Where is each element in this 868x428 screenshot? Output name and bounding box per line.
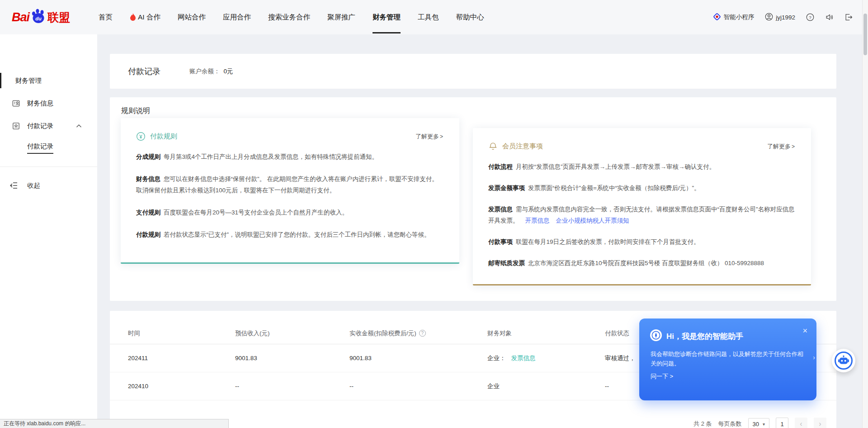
member-notes-more-link[interactable]: 了解更多> (767, 143, 795, 151)
status-text: 正在等待 xlab.baidu.com 的响应... (4, 420, 85, 428)
cell-estimated: -- (235, 383, 349, 390)
payment-rules-more-link[interactable]: 了解更多> (415, 133, 443, 141)
flame-icon (130, 13, 136, 21)
page-number-1[interactable]: 1 (776, 418, 788, 428)
small-taxpayer-notice-link[interactable]: 企业小规模纳税人开票须知 (556, 217, 629, 224)
next-page-button[interactable]: › (814, 418, 826, 428)
sidebar-subitem-payment-records[interactable]: 付款记录 (0, 141, 97, 155)
miniprogram-icon (713, 13, 721, 22)
assistant-message: 我会帮助您诊断合作链路问题，以及解答您关于任何合作相关的问题。 (639, 343, 816, 368)
nav-screen-promo[interactable]: 聚屏推广 (319, 0, 364, 34)
pagination: 共 2 条 每页条数 30 ▾ 1 ‹ › (693, 418, 826, 428)
sidebar-item-payment-records[interactable]: 付款记录 (0, 118, 97, 134)
col-finance-target: 财务对象 (487, 329, 605, 338)
sidebar: 财务管理 财务信息 付款记录 付款记录 收起 (0, 34, 97, 428)
rule-paragraph: 邮寄纸质发票北京市海淀区西北旺东路10号院百度科技园5号楼 百度联盟财务组（收）… (488, 257, 796, 269)
account-balance-value: 0元 (224, 68, 233, 75)
payment-rules-card: 付款规则 了解更多> 分成规则每月第3或4个工作日产出上月分成信息及发票信息，如… (121, 118, 459, 264)
invoice-info-link[interactable]: 开票信息 (525, 217, 550, 224)
nav-toolkit[interactable]: 工具包 (409, 0, 448, 34)
sound-icon[interactable] (825, 13, 834, 21)
member-notes-title: 会员注意事项 (502, 142, 543, 151)
total-count: 共 2 条 (693, 420, 712, 428)
prev-page-button[interactable]: ‹ (795, 418, 807, 428)
miniprogram-link[interactable]: 智能小程序 (713, 13, 755, 22)
collapse-icon (9, 182, 18, 189)
nav-app-coop[interactable]: 应用合作 (214, 0, 259, 34)
main-nav: 首页 AI 合作 网站合作 应用合作 搜索业务合作 聚屏推广 财务管理 工具包 … (90, 0, 492, 34)
cell-received: 9001.83 (349, 355, 487, 361)
rule-paragraph: 财务信息您可以在财务信息中选择“保留付款”。 在此期间您产生的收入将在账户内进行… (136, 173, 444, 196)
svg-text:?: ? (809, 15, 811, 20)
rules-section-title: 规则说明 (121, 106, 150, 116)
chevron-right-icon: > (792, 143, 795, 150)
member-notes-card: 会员注意事项 了解更多> 付款流程月初按“发票信息”页面开具发票→上传发票→邮寄… (473, 128, 811, 285)
chevron-right-icon: > (440, 133, 443, 140)
popup-edge-chevron-icon[interactable]: › (813, 354, 815, 361)
help-icon[interactable]: ? (806, 13, 814, 21)
svg-text:du: du (35, 16, 42, 21)
user-account[interactable]: jyj1992 (765, 13, 795, 22)
ask-now-link[interactable]: 问一下 > (639, 372, 816, 380)
cell-received: -- (349, 383, 487, 390)
page-header-card: 付款记录 账户余额：0元 (110, 54, 836, 89)
cell-finance-target: 企业： 发票信息 (487, 354, 605, 362)
page-scrollbar[interactable] (862, 0, 868, 428)
sidebar-item-finance-info[interactable]: 财务信息 (0, 95, 97, 111)
per-page-label: 每页条数 (718, 420, 742, 428)
assistant-title: Hi，我是您的智能助手 (666, 331, 743, 342)
payment-records-icon (12, 122, 20, 130)
assistant-popup: Hi，我是您的智能助手 × 我会帮助您诊断合作链路问题，以及解答您关于任何合作相… (639, 319, 816, 400)
compass-icon (650, 329, 662, 343)
logout-icon[interactable] (844, 13, 853, 21)
chevron-down-icon: ▾ (763, 422, 765, 427)
baidu-paw-icon: du (30, 8, 47, 26)
payment-rule-icon (136, 132, 146, 141)
cell-time: 202410 (128, 383, 235, 390)
info-icon[interactable]: ? (419, 330, 426, 337)
active-indicator-bar (0, 73, 1, 88)
col-received-amount: 实收金额(扣除税费后/元) ? (349, 329, 487, 338)
account-balance-label: 账户余额：0元 (189, 67, 233, 76)
topbar-right: 智能小程序 jyj1992 ? (713, 13, 853, 22)
robot-icon (835, 352, 853, 370)
page-title: 付款记录 (128, 66, 160, 77)
rule-paragraph: 发票信息需与系统内发票信息内容完全一致，否则无法支付。请根据发票信息页面中“百度… (488, 204, 796, 226)
rules-section-card: 规则说明 付款规则 了解更多> 分成规则每月第3或4个工作日产出上月分成信息及发… (110, 97, 836, 301)
rule-paragraph: 分成规则每月第3或4个工作日产出上月分成信息及发票信息，如有特殊情况将提前通知。 (136, 151, 444, 162)
chevron-up-icon[interactable] (76, 124, 82, 128)
nav-home[interactable]: 首页 (90, 0, 121, 34)
topbar: Bai du 联盟 首页 AI 合作 网站合作 应用合作 搜索业务合作 聚屏推广… (0, 0, 868, 34)
col-estimated-income: 预估收入(元) (235, 329, 349, 338)
nav-search-biz-coop[interactable]: 搜索业务合作 (259, 0, 319, 34)
sidebar-group-finance-mgmt[interactable]: 财务管理 (0, 72, 97, 89)
sidebar-collapse-button[interactable]: 收起 (0, 177, 97, 194)
cell-time: 202411 (128, 355, 235, 361)
baidu-union-logo[interactable]: Bai du 联盟 (12, 8, 70, 26)
cell-estimated: 9001.83 (235, 355, 349, 361)
nav-finance-mgmt[interactable]: 财务管理 (364, 0, 409, 34)
rule-paragraph: 发票金额事项发票票面“价税合计”金额=系统中“实收金额（扣除税费后/元）”。 (488, 182, 796, 194)
member-notice-bell-icon (488, 142, 498, 151)
user-icon (765, 13, 773, 22)
sidebar-divider (0, 166, 97, 167)
logo-text-bai: Bai (12, 10, 29, 24)
browser-status-bar: 正在等待 xlab.baidu.com 的响应... (0, 419, 229, 428)
finance-info-icon (12, 99, 20, 108)
per-page-select[interactable]: 30 ▾ (748, 418, 770, 428)
rule-paragraph: 付款流程月初按“发票信息”页面开具发票→上传发票→邮寄发票→审核→确认支付。 (488, 161, 796, 172)
scrollbar-thumb[interactable] (863, 14, 867, 55)
rule-paragraph: 付款事项联盟在每月19日之后签收的发票，付款时间安排在下个月首批支付。 (488, 236, 796, 247)
logo-text-union: 联盟 (47, 10, 70, 25)
assistant-robot-button[interactable] (832, 349, 855, 372)
rule-paragraph: 付款规则若付款状态显示“已支付”，说明联盟已安排了您的付款。支付后三个工作日内到… (136, 229, 444, 240)
close-icon[interactable]: × (802, 327, 807, 335)
rule-paragraph: 支付规则百度联盟会在每月20号—31号支付企业会员上个自然月产生的收入。 (136, 207, 444, 218)
nav-ai-coop[interactable]: AI 合作 (121, 0, 169, 34)
payment-rules-title: 付款规则 (150, 132, 177, 141)
nav-website-coop[interactable]: 网站合作 (169, 0, 214, 34)
invoice-info-table-link[interactable]: 发票信息 (511, 354, 536, 362)
col-time: 时间 (128, 329, 235, 338)
cell-finance-target: 企业 (487, 382, 605, 390)
nav-help-center[interactable]: 帮助中心 (447, 0, 492, 34)
